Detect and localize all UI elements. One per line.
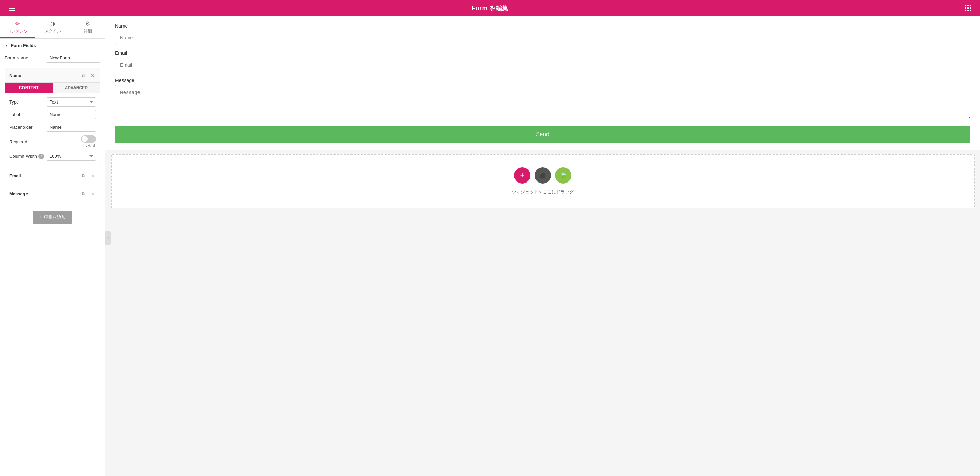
leaf-widget-button[interactable]: 🍃	[555, 167, 571, 184]
required-toggle-container: いいえ	[81, 135, 96, 148]
left-panel: ✏ コンテンツ ◑ スタイル ⚙ 詳細 ▼ Form Fields Form N…	[0, 16, 105, 476]
placeholder-row: Placeholder	[9, 123, 96, 132]
label-label: Label	[9, 112, 20, 117]
preview-name-label: Name	[115, 23, 970, 29]
preview-email-label: Email	[115, 50, 970, 56]
required-label: Required	[9, 139, 27, 144]
drop-zone-text: ウィジェットをここにドラッグ	[512, 189, 574, 195]
add-item-button[interactable]: + 項目を追加	[33, 211, 72, 224]
type-row: Type Text Email Number	[9, 97, 96, 107]
message-field-copy-icon[interactable]: ⧉	[80, 190, 86, 198]
required-row: Required いいえ	[9, 135, 96, 148]
preview-message-textarea[interactable]	[115, 85, 970, 119]
name-field-settings: Type Text Email Number Label	[5, 93, 100, 165]
column-width-select[interactable]: 100% 75% 66% 50%	[47, 152, 96, 161]
tab-bar: ✏ コンテンツ ◑ スタイル ⚙ 詳細	[0, 16, 105, 39]
folder-icon: ⬛	[539, 172, 546, 179]
form-name-label: Form Name	[5, 55, 28, 60]
pencil-icon: ✏	[15, 21, 20, 27]
message-field-header[interactable]: Message ⧉ ✕	[5, 187, 100, 201]
name-field-copy-icon[interactable]: ⧉	[80, 72, 86, 79]
menu-icon[interactable]	[7, 3, 17, 13]
grid-icon[interactable]	[963, 3, 973, 13]
message-field-card: Message ⧉ ✕	[5, 187, 100, 201]
name-field-card: Name ⧉ ✕ CONTENT ADVANCED Type	[5, 68, 100, 165]
collapse-arrow-icon: ▼	[5, 43, 8, 47]
label-row: Label	[9, 110, 96, 119]
preview-name-input[interactable]	[115, 30, 970, 45]
main-layout: ✏ コンテンツ ◑ スタイル ⚙ 詳細 ▼ Form Fields Form N…	[0, 16, 980, 476]
tab-style-label: スタイル	[45, 28, 61, 34]
toggle-text: いいえ	[86, 143, 96, 148]
right-panel: Name Email Message Send +	[105, 16, 980, 476]
form-name-row: Form Name	[5, 53, 100, 63]
add-widget-button[interactable]: +	[514, 167, 530, 184]
preview-message-group: Message	[115, 78, 970, 121]
tab-content-label: コンテンツ	[8, 28, 28, 34]
preview-name-group: Name	[115, 23, 970, 45]
topbar: Form を編集	[0, 0, 980, 16]
column-width-label-group: Column Width i	[9, 153, 44, 159]
leaf-icon: 🍃	[559, 172, 567, 179]
type-select[interactable]: Text Email Number	[47, 97, 96, 107]
name-field-delete-icon[interactable]: ✕	[89, 72, 96, 79]
plus-icon: +	[520, 171, 525, 180]
email-field-copy-icon[interactable]: ⧉	[80, 172, 86, 179]
tab-content[interactable]: ✏ コンテンツ	[0, 16, 35, 38]
tab-detail-label: 詳細	[84, 28, 92, 34]
drop-zone-actions: + ⬛ 🍃	[514, 167, 571, 184]
message-field-delete-icon[interactable]: ✕	[89, 191, 96, 198]
subtab-advanced[interactable]: ADVANCED	[53, 83, 100, 93]
column-width-label-text: Column Width	[9, 153, 37, 159]
column-width-row: Column Width i 100% 75% 66% 50%	[9, 152, 96, 161]
folder-widget-button[interactable]: ⬛	[535, 167, 551, 184]
email-field-card: Email ⧉ ✕	[5, 169, 100, 183]
message-field-title: Message	[9, 192, 28, 196]
required-toggle[interactable]	[81, 135, 96, 143]
preview-message-label: Message	[115, 78, 970, 83]
placeholder-input[interactable]	[47, 123, 96, 132]
form-preview: Name Email Message Send	[105, 16, 980, 150]
message-field-actions: ⧉ ✕	[80, 190, 96, 198]
preview-email-input[interactable]	[115, 58, 970, 72]
collapse-handle[interactable]: ‹	[105, 231, 111, 245]
tab-detail[interactable]: ⚙ 詳細	[70, 16, 105, 38]
email-field-delete-icon[interactable]: ✕	[89, 173, 96, 179]
info-icon: i	[38, 153, 44, 159]
email-field-actions: ⧉ ✕	[80, 172, 96, 179]
name-field-title: Name	[9, 73, 21, 78]
page-title: Form を編集	[472, 4, 508, 12]
drop-zone: + ⬛ 🍃 ウィジェットをここにドラッグ	[111, 154, 975, 208]
collapse-chevron-icon: ‹	[108, 236, 108, 240]
form-fields-header[interactable]: ▼ Form Fields	[5, 43, 100, 48]
name-field-actions: ⧉ ✕	[80, 72, 96, 79]
section-title: Form Fields	[11, 43, 36, 48]
panel-content: ▼ Form Fields Form Name Name ⧉ ✕	[0, 39, 105, 476]
type-label: Type	[9, 99, 19, 104]
placeholder-label: Placeholder	[9, 125, 33, 130]
preview-email-group: Email	[115, 50, 970, 72]
label-input[interactable]	[47, 110, 96, 119]
tab-style[interactable]: ◑ スタイル	[35, 16, 70, 38]
email-field-title: Email	[9, 173, 21, 179]
name-field-header[interactable]: Name ⧉ ✕	[5, 69, 100, 83]
send-button[interactable]: Send	[115, 126, 970, 143]
email-field-header[interactable]: Email ⧉ ✕	[5, 169, 100, 183]
subtab-content[interactable]: CONTENT	[5, 83, 53, 93]
form-name-input[interactable]	[46, 53, 100, 63]
toggle-knob	[82, 136, 88, 142]
settings-icon: ⚙	[86, 21, 90, 27]
name-field-subtabs: CONTENT ADVANCED	[5, 83, 100, 93]
style-icon: ◑	[50, 21, 55, 27]
